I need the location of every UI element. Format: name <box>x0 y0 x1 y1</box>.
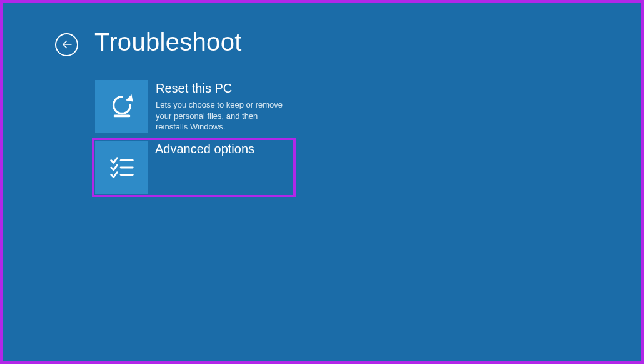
tile-text: Advanced options <box>155 141 254 194</box>
checklist-icon <box>95 141 148 194</box>
tile-title: Advanced options <box>155 142 254 156</box>
page-title: Troubleshoot <box>94 28 242 56</box>
header: Troubleshoot <box>3 3 641 56</box>
arrow-left-icon <box>61 39 73 50</box>
option-reset-this-pc[interactable]: Reset this PC Lets you choose to keep or… <box>95 80 293 133</box>
back-button[interactable] <box>55 33 78 56</box>
options-container: Reset this PC Lets you choose to keep or… <box>95 80 641 197</box>
option-advanced-options[interactable]: Advanced options <box>92 138 296 197</box>
reset-icon <box>95 80 148 133</box>
tile-description: Lets you choose to keep or remove your p… <box>156 99 287 133</box>
svg-rect-2 <box>113 114 130 117</box>
svg-marker-1 <box>125 94 135 104</box>
tile-text: Reset this PC Lets you choose to keep or… <box>156 80 287 133</box>
tile-title: Reset this PC <box>156 81 287 96</box>
